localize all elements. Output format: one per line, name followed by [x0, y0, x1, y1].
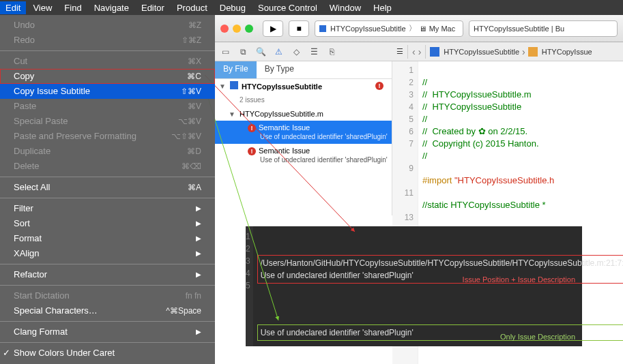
test-tab-icon[interactable]: ◇	[290, 46, 302, 58]
error-icon: !	[248, 124, 256, 132]
menu-delete[interactable]: Delete⌘⌫	[0, 159, 215, 174]
menu-paste-preserve[interactable]: Paste and Preserve Formatting⌥⇧⌘V	[0, 129, 215, 144]
edit-menu-dropdown: Undo⌘Z Redo⇧⌘Z Cut⌘X Copy⌘C Copy Issue S…	[0, 15, 215, 364]
project-icon	[430, 47, 439, 57]
scheme-name: HTYCopyIssueSubtitle	[330, 25, 406, 33]
snippet-gutter: 12345	[246, 226, 253, 346]
menu-separator	[0, 342, 215, 343]
menu-paste[interactable]: Paste⌘V	[0, 99, 215, 114]
menu-help[interactable]: Help	[373, 3, 392, 13]
search-tab-icon[interactable]: 🔍	[255, 46, 267, 58]
issue-navigator: ▼ HTYCopyIssueSubtitle ! 2 issues ▼ HTYC…	[215, 79, 392, 215]
jump-bar[interactable]: ☰ ‹ › HTYCopyIssueSubtitle › HTYCopyIssu…	[392, 42, 623, 61]
issue-item-selected[interactable]: !Semantic Issue Use of undeclared identi…	[215, 121, 392, 144]
folder-icon	[528, 47, 538, 57]
issue-count: 2 issues	[215, 93, 392, 107]
close-button[interactable]	[220, 25, 229, 33]
menu-xalign[interactable]: XAlign▶	[0, 246, 215, 261]
menu-debug[interactable]: Debug	[220, 3, 246, 13]
menu-view[interactable]: View	[33, 3, 52, 13]
menu-separator	[0, 198, 215, 198]
menu-sort[interactable]: Sort▶	[0, 216, 215, 231]
submenu-arrow-icon: ▶	[196, 217, 201, 230]
activity-viewer: HTYCopyIssueSubtitle | Bu	[469, 20, 618, 37]
error-badge: !	[375, 82, 383, 90]
submenu-arrow-icon: ▶	[196, 326, 201, 338]
menu-special-chars[interactable]: Special Characters…^⌘Space	[0, 303, 215, 318]
menu-show-colors[interactable]: Show Colors Under Caret	[0, 346, 215, 361]
snippet-code: /Users/Hanton/GitHub/HTYCopyIssueSubtitl…	[253, 226, 623, 346]
menu-separator	[0, 177, 215, 177]
issue-tab-icon[interactable]: ⚠	[272, 46, 285, 58]
stop-button[interactable]: ■	[289, 20, 309, 37]
scheme-arrow-icon: 〉	[409, 23, 416, 33]
menu-copy-issue-subtitle[interactable]: Copy Issue Subtitle⇧⌘V	[0, 84, 215, 99]
submenu-arrow-icon: ▶	[196, 232, 201, 245]
project-icon	[230, 81, 238, 89]
menu-select-all[interactable]: Select All⌘A	[0, 180, 215, 195]
menu-separator	[0, 321, 215, 322]
menu-separator	[0, 285, 215, 286]
back-button[interactable]: ‹	[412, 46, 416, 57]
issue-item[interactable]: !Semantic Issue Use of undeclared identi…	[215, 144, 392, 167]
symbol-tab-icon[interactable]: ⧉	[237, 46, 249, 58]
menu-separator	[0, 50, 215, 51]
issue-file-row[interactable]: ▼ HTYCopyIssueSubtitle.m	[215, 107, 392, 121]
result-overlay: 12345 /Users/Hanton/GitHub/HTYCopyIssueS…	[246, 226, 582, 346]
forward-button[interactable]: ›	[418, 46, 422, 57]
tab-title: HTYCopyIssueSubtitle | Bu	[474, 25, 564, 33]
folder-tab-icon[interactable]: ▭	[219, 46, 231, 58]
scheme-selector[interactable]: HTYCopyIssueSubtitle 〉 🖥 My Mac	[315, 20, 463, 37]
window-controls	[220, 25, 253, 33]
breakpoint-tab-icon[interactable]: ⎘	[325, 46, 338, 58]
menu-copy[interactable]: Copy⌘C	[0, 69, 215, 84]
menu-dictation[interactable]: Start Dictationfn fn	[0, 288, 215, 303]
error-icon: !	[248, 147, 256, 155]
run-button[interactable]: ▶	[263, 20, 283, 37]
menu-navigate[interactable]: Navigate	[94, 3, 129, 13]
stop-icon: ■	[296, 24, 301, 33]
menu-edit[interactable]: Edit	[0, 1, 26, 14]
play-icon: ▶	[270, 24, 276, 33]
scheme-dest: My Mac	[429, 25, 456, 33]
menu-source-control[interactable]: Source Control	[258, 3, 317, 13]
issue-filter-bar: By File By Type	[215, 61, 392, 79]
menu-duplicate[interactable]: Duplicate⌘D	[0, 144, 215, 159]
menu-refactor[interactable]: Refactor▶	[0, 267, 215, 282]
submenu-arrow-icon: ▶	[196, 247, 201, 260]
menu-clang-format[interactable]: Clang Format▶	[0, 324, 215, 339]
filter-by-file[interactable]: By File	[215, 61, 257, 78]
disclosure-icon[interactable]: ▼	[229, 110, 235, 119]
menu-format[interactable]: Format▶	[0, 231, 215, 246]
menu-cut[interactable]: Cut⌘X	[0, 54, 215, 69]
annotation-green: Only Issue Description	[500, 333, 575, 341]
filter-by-type[interactable]: By Type	[257, 61, 302, 78]
menu-editor[interactable]: Editor	[141, 3, 164, 13]
maximize-button[interactable]	[245, 25, 253, 33]
jump-project[interactable]: HTYCopyIssueSubtitle	[444, 48, 519, 56]
menu-undo[interactable]: Undo⌘Z	[0, 18, 215, 33]
menu-filter[interactable]: Filter▶	[0, 201, 215, 216]
menu-window[interactable]: Window	[330, 3, 361, 13]
minimize-button[interactable]	[233, 25, 241, 33]
debug-tab-icon[interactable]: ☰	[308, 46, 320, 58]
mac-icon: 🖥	[419, 25, 426, 33]
scheme-icon	[319, 25, 326, 32]
menu-color-insertion[interactable]: Color Insertion Mode▶	[0, 361, 215, 364]
disclosure-icon[interactable]: ▼	[219, 82, 226, 91]
submenu-arrow-icon: ▶	[196, 202, 201, 215]
menu-special-paste[interactable]: Special Paste⌥⌘V	[0, 114, 215, 129]
jump-folder[interactable]: HTYCopyIssue	[542, 48, 592, 56]
annotation-red: Issue Position + Issue Description	[463, 275, 575, 284]
menu-find[interactable]: Find	[64, 3, 81, 13]
related-icon[interactable]: ☰	[396, 47, 403, 56]
menu-redo[interactable]: Redo⇧⌘Z	[0, 33, 215, 48]
issue-project-row[interactable]: ▼ HTYCopyIssueSubtitle !	[215, 79, 392, 93]
submenu-arrow-icon: ▶	[196, 269, 201, 281]
menu-separator	[0, 264, 215, 264]
menubar: Edit View Find Navigate Editor Product D…	[0, 0, 623, 15]
toolbar: ▶ ■ HTYCopyIssueSubtitle 〉 🖥 My Mac HTYC…	[215, 15, 623, 42]
menu-product[interactable]: Product	[177, 3, 207, 13]
